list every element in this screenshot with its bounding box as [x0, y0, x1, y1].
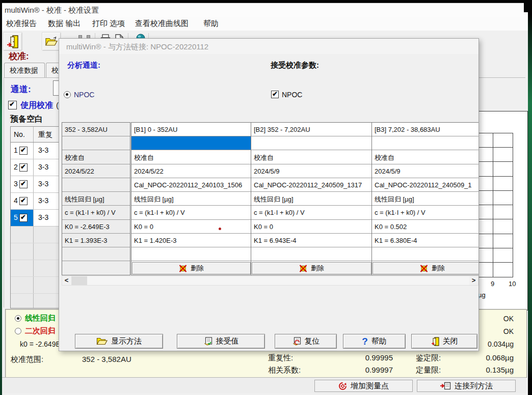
cal-regression-cell[interactable]: 线性回归 [µg] — [131, 192, 251, 206]
cal-range-cell[interactable]: [B2] 352 - 7,202AU — [251, 123, 372, 136]
linear-regression-radio[interactable] — [15, 315, 21, 322]
use-calibration-checkbox[interactable] — [8, 101, 17, 109]
cal-formula-cell[interactable]: c = (k1·I + k0) / V — [62, 206, 130, 220]
close-label: 关闭 — [443, 336, 458, 346]
screen-edge-top — [0, 0, 532, 3]
tab-calibration-data-label: 校准数据 — [10, 66, 38, 74]
quadratic-regression-label: 二次回归 — [25, 326, 56, 336]
row-checkbox[interactable] — [19, 163, 28, 172]
delete-button-label: 删除 — [311, 264, 324, 273]
dialog-title-bar: multiWin® - 与方法链接: NPOC-20220112 — [59, 39, 478, 54]
row-repeat: 3-3 — [38, 180, 48, 188]
menu-calibration-report[interactable]: 校准报告 — [6, 19, 37, 29]
chart-gridline — [473, 248, 513, 248]
cal-range-cell[interactable]: [B3] 7,202 - 38,683AU — [372, 123, 478, 136]
cal-empty-cell[interactable] — [62, 247, 130, 261]
cal-k1-cell[interactable]: K1 = 6.380E-4 — [372, 234, 478, 247]
add-measure-point-button[interactable]: 增加测量点 — [314, 380, 413, 392]
npoc-checkbox[interactable] — [271, 91, 279, 98]
cal-empty-cell[interactable] — [131, 247, 251, 261]
cal-k0-cell[interactable]: K0 = -2.649E-3 — [62, 220, 130, 234]
cal-range-cell[interactable]: [B1] 0 - 352AU — [131, 123, 251, 136]
cal-empty-cell[interactable] — [251, 136, 372, 150]
cal-empty-cell[interactable] — [62, 261, 130, 275]
close-button[interactable]: 关闭 — [411, 334, 477, 349]
menu-print-options[interactable]: 打印 选项 — [92, 19, 125, 29]
cal-k0-cell[interactable]: K0 = 0 — [131, 220, 251, 234]
cal-formula-cell[interactable]: c = (k1·I + k0) / V — [372, 206, 478, 220]
calibration-ranges-table: 352 - 3,582AU 校准自 2024/5/22 线性回归 [µg] c … — [62, 122, 478, 275]
show-method-button[interactable]: 显示方法 — [75, 334, 163, 349]
row-checkbox[interactable] — [19, 214, 28, 222]
column-divider — [33, 277, 34, 293]
scrollbar-right-arrow[interactable] — [469, 276, 478, 285]
row-checkbox[interactable] — [19, 180, 28, 188]
correlation-value: 0.99997 — [342, 365, 393, 374]
cal-date-cell[interactable]: 2024/5/22 — [131, 164, 251, 178]
cal-selected-cell[interactable] — [131, 136, 251, 150]
cal-k0-cell[interactable]: K0 = 0 — [251, 220, 372, 234]
cal-regression-cell[interactable]: 线性回归 [µg] — [62, 192, 130, 206]
channel-label: 通道: — [11, 83, 31, 95]
cal-file-cell[interactable] — [62, 178, 130, 192]
cal-formula-cell[interactable]: c = (k1·I + k0) / V — [251, 206, 372, 220]
row-number: 4 — [14, 196, 18, 205]
cal-empty-cell[interactable] — [62, 136, 130, 150]
quadratic-regression-radio[interactable] — [15, 328, 21, 334]
delete-button-b2[interactable]: 删除 — [252, 262, 371, 274]
cal-k0-cell[interactable]: K0 = 0.502 — [372, 220, 478, 234]
open-folder-icon — [45, 37, 58, 47]
accept-value-icon — [203, 337, 212, 346]
cal-regression-cell[interactable]: 线性回归 [µg] — [251, 192, 372, 206]
cal-regression-cell[interactable]: 线性回归 [µg] — [372, 192, 478, 206]
cal-delete-cell: 删除 — [251, 261, 372, 275]
column-divider — [33, 294, 34, 308]
cal-range-cell[interactable]: 352 - 3,582AU — [62, 123, 130, 136]
connect-to-method-button[interactable]: 连接到方法 — [417, 380, 516, 392]
use-calibration-label: 使用校准 — [20, 100, 53, 111]
cal-date-cell[interactable]: 2024/5/22 — [62, 164, 130, 178]
menu-help[interactable]: 帮助 — [203, 19, 219, 29]
tab-calibration-data[interactable]: 校准数据 — [4, 63, 45, 77]
cal-empty-cell[interactable] — [251, 247, 372, 261]
npoc-radio[interactable] — [64, 91, 71, 98]
cal-k1-cell[interactable]: K1 = 1.393E-3 — [62, 234, 130, 247]
cal-date-cell[interactable]: 2024/5/9 — [372, 164, 478, 178]
cal-empty-cell[interactable] — [372, 247, 478, 261]
cal-k1-cell[interactable]: K1 = 6.943E-4 — [251, 234, 372, 247]
cal-empty-cell[interactable] — [372, 136, 478, 150]
scrollbar-thumb[interactable] — [71, 276, 87, 285]
cal-from-cell[interactable]: 校准自 — [251, 150, 372, 164]
row-checkbox[interactable] — [19, 147, 28, 155]
cal-from-cell[interactable]: 校准自 — [372, 150, 478, 164]
row-checkbox[interactable] — [19, 197, 28, 205]
delete-button-b3[interactable]: 删除 — [373, 262, 478, 274]
cal-column-current: 352 - 3,582AU 校准自 2024/5/22 线性回归 [µg] c … — [62, 122, 130, 275]
reset-button[interactable]: 复位 — [275, 334, 337, 349]
cal-file-cell[interactable]: Cal_NPOC-20220112_240509_1317 — [251, 178, 372, 192]
table-horizontal-scrollbar[interactable] — [62, 276, 478, 286]
range-value: 352 - 3,582AU — [82, 355, 131, 363]
cal-formula-cell[interactable]: c = (k1·I + k0) / V — [131, 206, 251, 220]
cal-k1-cell[interactable]: K1 = 1.420E-3 — [131, 234, 251, 247]
help-button[interactable]: ? 帮助 — [343, 334, 406, 349]
delete-button-b1[interactable]: 删除 — [132, 262, 251, 274]
menu-view-calibration-curve[interactable]: 查看校准曲线图 — [135, 19, 189, 29]
accept-params-label: 接受校准参数: — [271, 61, 319, 70]
cal-column-b3: [B3] 7,202 - 38,683AU 校准自 2024/5/9 Cal_N… — [371, 122, 478, 275]
npoc-checkbox-label: NPOC — [282, 91, 302, 99]
detection-limit-value: 0.068µg — [463, 353, 514, 362]
cal-column-b2: [B2] 352 - 7,202AU 校准自 2024/5/9 Cal_NPOC… — [251, 122, 373, 275]
cal-file-cell[interactable]: Cal_NPOC-20220112_240103_1506 — [131, 178, 251, 192]
cal-date-cell[interactable]: 2024/5/9 — [251, 164, 372, 178]
cal-delete-cell: 删除 — [372, 261, 478, 275]
cal-from-cell[interactable]: 校准自 — [62, 150, 130, 164]
status-bar: 增加测量点 连接到方法 — [0, 377, 526, 393]
toolbar-exit-button[interactable] — [3, 32, 22, 51]
menu-data-output[interactable]: 数据 输出 — [48, 19, 81, 29]
scrollbar-left-arrow[interactable] — [62, 276, 71, 285]
cal-from-cell[interactable]: 校准自 — [131, 150, 251, 164]
column-divider — [33, 127, 34, 142]
accept-value-button[interactable]: 接受值 — [177, 334, 265, 349]
cal-file-cell[interactable]: Cal_NPOC-20220112_240509_1 — [372, 178, 478, 192]
